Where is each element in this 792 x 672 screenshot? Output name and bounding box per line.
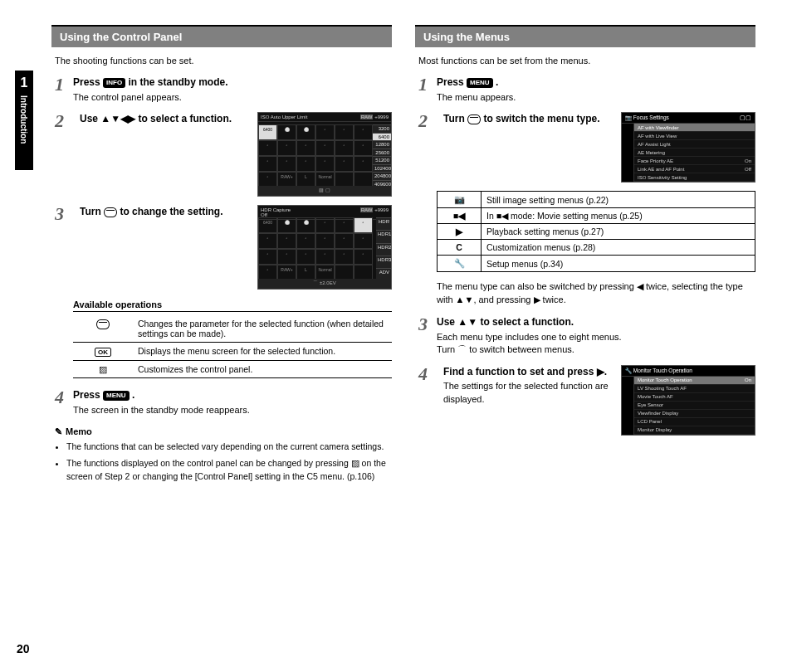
available-operations-heading: Available operations xyxy=(73,299,392,312)
dial-icon xyxy=(467,114,481,124)
step-4-right: 4 Find a function to set and press ▶. Th… xyxy=(418,365,755,436)
playback-icon: ▶ xyxy=(438,224,482,240)
memo-list: The functions that can be selected vary … xyxy=(66,441,392,483)
ev-icon: ▨ xyxy=(99,364,107,374)
menu-types-table: 📷Still image setting menus (p.22) ■◀In ■… xyxy=(437,191,755,272)
info-button-icon: INFO xyxy=(103,78,125,88)
chapter-number: 1 xyxy=(15,71,33,94)
step-2-left: 2 Use ▲▼◀▶ to select a function. ISO Aut… xyxy=(55,112,392,197)
section-header-right: Using the Menus xyxy=(415,25,755,47)
page-number: 20 xyxy=(17,642,30,655)
menu-button-icon: MENU xyxy=(103,391,130,401)
step-3-left: 3 Turn to change the setting. HDR Captur… xyxy=(55,205,392,290)
memo-heading: Memo xyxy=(55,426,392,437)
step-1-right: 1 Press MENU . The menu appears. xyxy=(418,75,755,104)
movie-icon: ■◀ xyxy=(438,208,482,224)
camera-icon: 📷 xyxy=(438,192,482,208)
dial-icon xyxy=(104,207,117,217)
right-column: Using the Menus Most functions can be se… xyxy=(415,25,755,487)
switch-note: The menu type can also be switched by pr… xyxy=(437,280,755,307)
custom-icon: C xyxy=(438,240,482,256)
intro-right: Most functions can be set from the menus… xyxy=(418,56,755,66)
menu-button-icon: MENU xyxy=(467,78,493,88)
control-panel-screenshot-1: ISO Auto Upper LimitRAW +9999 6400⚪⚪▫▫▫ … xyxy=(257,112,392,197)
step-1-left: 1 Press INFO in the standby mode. The co… xyxy=(55,75,392,104)
left-column: Using the Control Panel The shooting fun… xyxy=(51,25,392,487)
operations-table: Changes the parameter for the selected f… xyxy=(73,315,392,378)
chapter-title: Introduction xyxy=(15,94,32,145)
dial-icon xyxy=(96,319,110,329)
step-4-left: 4 Press MENU . The screen in the standby… xyxy=(55,388,392,416)
wrench-icon: 🔧 xyxy=(438,256,482,272)
step-3-right: 3 Use ▲▼ to select a function. Each menu… xyxy=(418,315,755,357)
intro-left: The shooting functions can be set. xyxy=(55,56,392,66)
section-header-left: Using the Control Panel xyxy=(51,25,392,47)
control-panel-screenshot-2: HDR CaptureOffRAW +9999 6400⚪⚪▫▫▫ ▫▫▫▫▫▫… xyxy=(257,205,392,290)
chapter-tab: 1 Introduction xyxy=(15,71,33,170)
ok-button-icon: OK xyxy=(95,348,111,357)
step-2-right: 2 Turn to switch the menu type. 📷 Focus … xyxy=(418,112,755,183)
menu-screenshot-1: 📷 Focus Settings▢▢ AF with Viewfinder AF… xyxy=(621,112,755,183)
menu-screenshot-2: 🔧 Monitor Touch Operation Monitor Touch … xyxy=(621,365,755,436)
